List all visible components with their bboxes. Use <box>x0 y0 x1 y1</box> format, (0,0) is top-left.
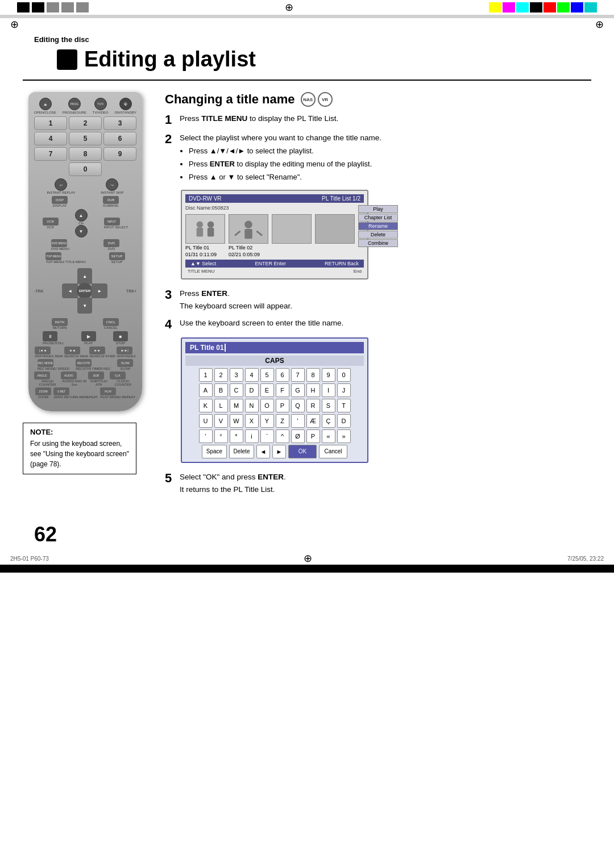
dpad-right[interactable]: ► <box>92 283 107 298</box>
power-btn[interactable]: ⏻ <box>119 98 132 110</box>
angle-btn[interactable]: ANGLE <box>34 372 50 379</box>
kb-key-p2[interactable]: P <box>306 429 320 443</box>
kb-key-d2[interactable]: D <box>337 414 351 428</box>
tv-menu-rename[interactable]: Rename <box>358 222 398 230</box>
subtitle-btn[interactable]: SUB <box>88 372 104 379</box>
dpad-down[interactable]: ▼ <box>77 298 92 314</box>
kb-key-caret[interactable]: ^ <box>276 429 289 443</box>
dvd-btn[interactable]: DVD <box>103 239 119 247</box>
num-4[interactable]: 4 <box>34 132 67 145</box>
tv-menu-delete[interactable]: Delete <box>358 231 398 239</box>
num-7[interactable]: 7 <box>34 147 67 161</box>
kb-key-u[interactable]: U <box>199 414 213 428</box>
kb-key-1[interactable]: 1 <box>199 368 213 382</box>
dvd-menu-btn[interactable]: DVD MENU <box>51 239 67 247</box>
kb-key-g[interactable]: G <box>291 383 305 397</box>
play-mode-btn[interactable]: PLAY <box>100 387 116 395</box>
kb-key-t[interactable]: T <box>337 399 351 412</box>
num-6[interactable]: 6 <box>103 132 136 145</box>
num-8[interactable]: 8 <box>69 147 102 161</box>
kb-key-e[interactable]: E <box>260 383 274 397</box>
input-select-btn[interactable]: INPUT <box>104 218 120 226</box>
kb-key-uml[interactable]: ¨ <box>260 429 274 443</box>
tv-menu-chapter[interactable]: Chapter List <box>358 214 398 222</box>
ch-up-btn[interactable]: ▲ <box>75 209 88 222</box>
cancel-btn[interactable]: CNCL <box>103 318 119 326</box>
dpad-up[interactable]: ▲ <box>77 268 92 284</box>
kb-key-s[interactable]: S <box>322 399 335 412</box>
kb-key-y[interactable]: Y <box>260 414 274 428</box>
instant-replay-btn[interactable]: ↩ <box>55 178 67 191</box>
kb-key-a[interactable]: A <box>199 383 213 397</box>
search-rev-btn[interactable]: ◄◄ <box>64 347 80 354</box>
kb-key-raquo[interactable]: » <box>337 429 351 443</box>
kb-key-deg[interactable]: ° <box>214 429 228 443</box>
kb-key-9[interactable]: 9 <box>322 368 335 382</box>
display-btn[interactable]: DISP <box>52 196 68 204</box>
kb-space[interactable]: Space <box>202 445 227 458</box>
stop-btn[interactable]: ■ <box>113 331 128 341</box>
kb-key-i2[interactable]: i <box>245 429 259 443</box>
vcr-btn[interactable]: VCR <box>43 218 59 226</box>
rec-otr-btn[interactable]: REC/OTR <box>76 359 92 367</box>
kb-cancel[interactable]: Cancel <box>319 445 347 458</box>
pause-btn[interactable]: ⏸ <box>43 331 57 341</box>
top-menu-btn[interactable]: TOP MENU <box>45 252 61 260</box>
search-fwd-btn[interactable]: ►► <box>89 347 105 354</box>
kb-key-m[interactable]: M <box>230 399 243 412</box>
kb-key-laquo[interactable]: « <box>322 429 335 443</box>
kb-key-2[interactable]: 2 <box>214 368 228 382</box>
prog-btn[interactable]: PROG <box>68 98 81 110</box>
kb-key-4[interactable]: 4 <box>245 368 259 382</box>
kb-key-cc[interactable]: Ç <box>322 414 335 428</box>
kb-key-d[interactable]: D <box>245 383 259 397</box>
kb-key-f[interactable]: F <box>276 383 289 397</box>
num-1[interactable]: 1 <box>34 116 67 130</box>
kb-left[interactable]: ◄ <box>256 445 270 458</box>
num-0[interactable]: 0 <box>69 162 102 176</box>
instant-skip-btn[interactable]: ↪ <box>106 178 118 191</box>
open-close-btn[interactable]: ⏏ <box>39 98 52 110</box>
skip-rev-btn[interactable]: |◄◄ <box>35 347 51 354</box>
num-3[interactable]: 3 <box>103 116 136 130</box>
kb-key-l[interactable]: L <box>214 399 228 412</box>
setup-btn[interactable]: SETUP <box>109 252 125 260</box>
kb-key-b[interactable]: B <box>214 383 228 397</box>
kb-key-h[interactable]: H <box>306 383 320 397</box>
kb-key-3[interactable]: 3 <box>230 368 243 382</box>
num-2[interactable]: 2 <box>69 116 102 130</box>
dpad-left[interactable]: ◄ <box>62 283 78 298</box>
audio-btn[interactable]: AUDIO <box>61 372 77 379</box>
tv-menu-combine[interactable]: Combine <box>358 239 398 247</box>
kb-key-c[interactable]: C <box>230 383 243 397</box>
play-btn[interactable]: ▶ <box>81 331 96 341</box>
ch-down-btn[interactable]: ▼ <box>75 225 88 237</box>
kb-key-x[interactable]: X <box>245 414 259 428</box>
kb-ok[interactable]: OK <box>288 445 317 458</box>
skip-fwd-btn[interactable]: ►►| <box>117 347 132 354</box>
rec-mode-btn[interactable]: REC MODE <box>38 359 53 367</box>
kb-key-w[interactable]: W <box>230 414 243 428</box>
return-btn[interactable]: RETN <box>52 318 68 326</box>
kb-key-0[interactable]: 0 <box>337 368 351 382</box>
zero-return-btn[interactable]: 0 RET <box>53 387 69 395</box>
kb-key-star[interactable]: * <box>230 429 243 443</box>
kb-key-q[interactable]: Q <box>291 399 305 412</box>
kb-key-7[interactable]: 7 <box>291 368 305 382</box>
kb-key-sq[interactable]: ' <box>199 429 213 443</box>
kb-key-oslash[interactable]: Ø <box>291 429 305 443</box>
enter-btn[interactable]: ENTER <box>77 283 93 299</box>
clock-btn[interactable]: CLK <box>110 372 126 379</box>
kb-key-r[interactable]: R <box>306 399 320 412</box>
tv-video-btn[interactable]: TV/V <box>94 98 107 110</box>
kb-key-p[interactable]: P <box>276 399 289 412</box>
dubbing-btn[interactable]: DUB <box>103 196 119 204</box>
kb-key-ae[interactable]: Æ <box>306 414 320 428</box>
kb-key-n[interactable]: N <box>245 399 259 412</box>
kb-key-6[interactable]: 6 <box>276 368 289 382</box>
kb-right[interactable]: ► <box>272 445 286 458</box>
kb-key-o[interactable]: O <box>260 399 274 412</box>
kb-key-apos[interactable]: ' <box>291 414 305 428</box>
kb-key-j[interactable]: J <box>337 383 351 397</box>
kb-key-k[interactable]: K <box>199 399 213 412</box>
